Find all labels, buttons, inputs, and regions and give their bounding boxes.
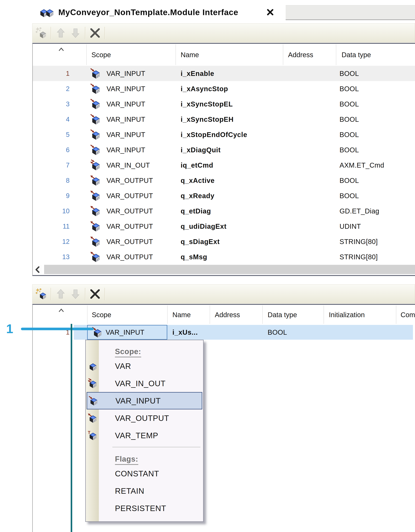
scope-cell[interactable]: VAR_INPUT <box>107 85 145 93</box>
column-header-address[interactable]: Address <box>215 311 240 319</box>
scope-cell[interactable]: VAR_OUTPUT <box>107 207 153 215</box>
scope-cell[interactable]: VAR_OUTPUT <box>107 222 153 230</box>
menu-item-var[interactable]: VAR <box>86 357 203 375</box>
menu-item-var_input[interactable]: VAR_INPUT <box>87 392 202 409</box>
table-row[interactable]: 9 VAR_OUTPUTq_xReadyBOOL <box>33 188 415 203</box>
data-type-cell[interactable]: AXM.ET_Cmd <box>340 161 384 169</box>
data-type-cell[interactable]: STRING[80] <box>340 238 378 245</box>
column-separator[interactable] <box>210 305 210 324</box>
table-row[interactable]: 6 VAR_INPUTi_xDiagQuitBOOL <box>33 142 415 157</box>
column-header-initialization[interactable]: Initialization <box>329 311 365 319</box>
column-header-comment[interactable]: Comment <box>401 311 415 319</box>
data-type-cell[interactable]: BOOL <box>340 115 359 123</box>
data-type-cell[interactable]: BOOL <box>340 85 359 93</box>
scope-cell[interactable]: VAR_OUTPUT <box>107 238 153 245</box>
data-type-cell[interactable]: GD.ET_Diag <box>340 207 379 215</box>
table-row[interactable]: 2 VAR_INPUTi_xAsyncStopBOOL <box>33 81 415 96</box>
column-separator[interactable] <box>283 45 283 65</box>
column-separator[interactable] <box>336 45 336 65</box>
name-cell[interactable]: q_sDiagExt <box>181 238 220 245</box>
column-header-scope[interactable]: Scope <box>92 51 111 59</box>
column-separator[interactable] <box>86 45 87 65</box>
collapse-chevron-icon[interactable] <box>57 45 66 54</box>
scope-cell[interactable]: VAR_IN_OUT <box>107 161 150 169</box>
table-row[interactable]: 1 VAR_INPUTi_xEnableBOOL <box>33 66 415 81</box>
table-row[interactable]: 3 VAR_INPUTi_xSyncStopELBOOL <box>33 96 415 112</box>
table-row[interactable]: 7 VAR_IN_OUTiq_etCmdAXM.ET_Cmd <box>33 157 415 173</box>
scrollbar-track[interactable] <box>44 265 415 274</box>
move-down-button[interactable] <box>69 25 82 41</box>
data-type-cell[interactable]: UDINT <box>340 222 361 230</box>
name-cell[interactable]: q_sMsg <box>181 253 207 261</box>
scope-cell[interactable]: VAR_INPUT <box>107 131 145 138</box>
column-separator[interactable] <box>175 45 176 65</box>
move-up-button[interactable] <box>54 286 67 302</box>
delete-button[interactable] <box>88 286 102 302</box>
name-cell[interactable]: i_xEnable <box>181 70 214 77</box>
scope-cell[interactable]: VAR_OUTPUT <box>107 253 153 261</box>
table-row[interactable]: 5 VAR_INPUTi_xStopEndOfCycleBOOL <box>33 127 415 142</box>
data-type-cell[interactable]: BOOL <box>340 146 359 154</box>
menu-item-var_temp[interactable]: TVAR_TEMP <box>86 427 203 444</box>
name-cell[interactable]: i_xAsyncStop <box>181 85 228 93</box>
table-row[interactable]: 11 VAR_OUTPUTq_udiDiagExtUDINT <box>33 218 415 234</box>
menu-item-constant[interactable]: CONSTANT <box>86 465 203 482</box>
column-separator[interactable] <box>396 305 396 324</box>
scope-cell[interactable]: VAR_INPUT <box>107 100 145 108</box>
column-separator[interactable] <box>323 305 324 324</box>
data-type-cell[interactable]: BOOL <box>340 177 359 184</box>
name-cell[interactable]: q_xActive <box>181 177 215 184</box>
table-row[interactable]: 1 VAR_INPUTi_xUs...BOOL <box>33 325 415 340</box>
table-row[interactable]: 8 VAR_OUTPUTq_xActiveBOOL <box>33 173 415 188</box>
menu-item-var_output[interactable]: VAR_OUTPUT <box>86 409 203 427</box>
data-type-cell[interactable]: BOOL <box>340 70 359 77</box>
column-header-data-type[interactable]: Data type <box>268 311 297 319</box>
insert-variable-button[interactable] <box>35 286 48 302</box>
tab-module-interface[interactable]: MyConveyor_NonTemplate.Module Interface <box>27 5 285 19</box>
column-separator[interactable] <box>87 305 87 324</box>
collapse-chevron-icon[interactable] <box>57 306 66 315</box>
scope-cell[interactable]: VAR_INPUT <box>107 146 145 154</box>
delete-button[interactable] <box>88 25 102 41</box>
move-up-button[interactable] <box>54 25 67 41</box>
name-cell[interactable]: i_xUs... <box>172 329 198 336</box>
scope-cell[interactable]: VAR_INPUT <box>107 70 145 77</box>
column-header-scope[interactable]: Scope <box>92 311 111 319</box>
scope-cell[interactable]: VAR_INPUT <box>106 329 144 336</box>
name-cell[interactable]: q_udiDiagExt <box>181 222 227 230</box>
name-cell[interactable]: q_xReady <box>181 192 214 200</box>
name-cell[interactable]: i_xStopEndOfCycle <box>181 131 247 138</box>
insert-variable-button[interactable] <box>35 25 48 41</box>
name-cell[interactable]: i_xSyncStopEL <box>181 100 233 108</box>
table-row[interactable]: 10 VAR_OUTPUTq_etDiagGD.ET_Diag <box>33 203 415 218</box>
name-cell[interactable]: iq_etCmd <box>181 161 213 169</box>
column-header-name[interactable]: Name <box>181 51 199 59</box>
name-cell[interactable]: q_etDiag <box>181 207 211 215</box>
table-row[interactable]: 4 VAR_INPUTi_xSyncStopEHBOOL <box>33 112 415 127</box>
move-down-button[interactable] <box>69 286 82 302</box>
table-row[interactable]: 13 VAR_OUTPUTq_sMsgSTRING[80] <box>33 249 415 265</box>
menu-item-persistent[interactable]: PERSISTENT <box>86 500 203 517</box>
scope-cell[interactable]: VAR_INPUT <box>107 115 145 123</box>
scope-cell[interactable]: VAR_OUTPUT <box>107 177 153 184</box>
data-type-cell[interactable]: BOOL <box>268 329 287 336</box>
scroll-left-button[interactable] <box>33 265 42 274</box>
column-header-address[interactable]: Address <box>288 51 313 59</box>
column-separator[interactable] <box>167 305 168 324</box>
data-type-cell[interactable]: BOOL <box>340 100 359 108</box>
name-cell[interactable]: i_xDiagQuit <box>181 146 221 154</box>
column-header-data-type[interactable]: Data type <box>341 51 371 59</box>
column-header-name[interactable]: Name <box>172 311 191 319</box>
data-type-cell[interactable]: BOOL <box>340 192 359 200</box>
menu-item-var_in_out[interactable]: VAR_IN_OUT <box>86 375 203 392</box>
data-type-cell[interactable]: STRING[80] <box>340 253 378 261</box>
menu-item-label: VAR_IN_OUT <box>115 379 166 388</box>
scope-cell[interactable]: VAR_OUTPUT <box>107 192 153 200</box>
table-row[interactable]: 12 VAR_OUTPUTq_sDiagExtSTRING[80] <box>33 234 415 249</box>
name-cell[interactable]: i_xSyncStopEH <box>181 115 234 123</box>
data-type-cell[interactable]: BOOL <box>340 131 359 138</box>
column-separator[interactable] <box>262 305 263 324</box>
horizontal-scrollbar[interactable] <box>33 265 415 275</box>
menu-item-retain[interactable]: RETAIN <box>86 482 203 500</box>
close-icon[interactable] <box>266 8 275 17</box>
